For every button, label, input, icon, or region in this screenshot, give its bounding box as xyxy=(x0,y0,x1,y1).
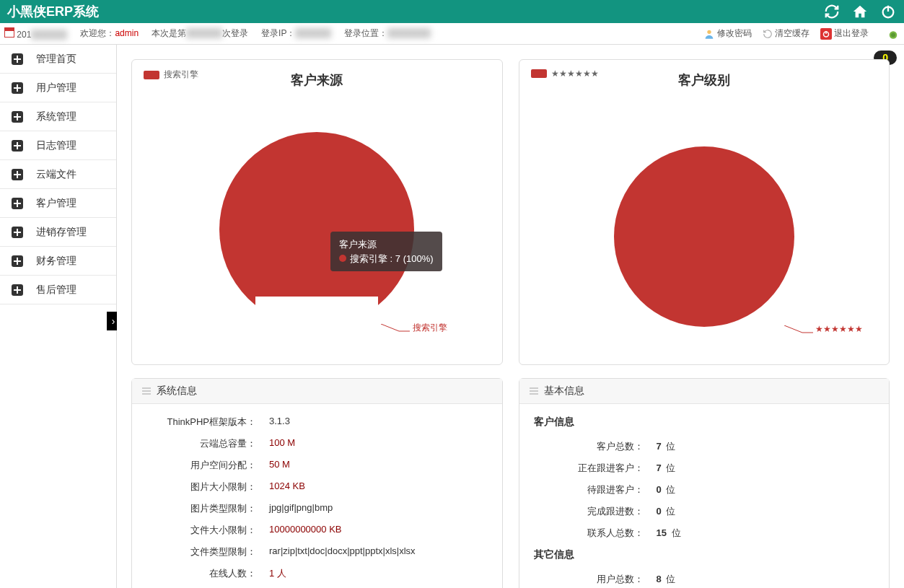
chart-customer-level: ★★★★★★ 客户级别 ★★★★★★ xyxy=(519,59,890,365)
info-value: 15 位 xyxy=(657,527,681,540)
sidebar-item-inventory[interactable]: 进销存管理 xyxy=(0,218,116,247)
status-bar: 201xxxxx 欢迎您：admin 本次是第xx次登录 登录IP：xxxxxx… xyxy=(0,23,904,45)
info-value: 7 位 xyxy=(657,440,676,453)
pie-slice-label: ★★★★★★ xyxy=(784,324,863,334)
login-ip: 登录IP：xxxxxxx xyxy=(261,27,331,40)
sidebar-item-cloud[interactable]: 云端文件 xyxy=(0,160,116,189)
legend-swatch xyxy=(144,71,159,79)
info-label: 文件类型限制： xyxy=(146,545,269,558)
info-row: 联系人总数：15 位 xyxy=(534,522,875,544)
sidebar-item-label: 管理首页 xyxy=(36,53,76,66)
sidebar-item-system[interactable]: 系统管理 xyxy=(0,102,116,131)
sidebar-item-users[interactable]: 用户管理 xyxy=(0,74,116,102)
info-label: ThinkPHP框架版本： xyxy=(146,416,269,429)
panel-header: 系统信息 xyxy=(132,379,502,404)
info-row: 文件大小限制：10000000000 KB xyxy=(146,519,488,541)
sidebar-item-finance[interactable]: 财务管理 xyxy=(0,247,116,276)
refresh-icon[interactable] xyxy=(823,3,841,20)
sidebar: 管理首页 用户管理 系统管理 日志管理 云端文件 客户管理 进销存管理 财务管理… xyxy=(0,45,117,588)
sidebar-item-aftersale[interactable]: 售后管理 xyxy=(0,276,116,304)
info-label: 用户空间分配： xyxy=(146,459,269,472)
info-value: 8 位 xyxy=(657,573,676,586)
chart-legend[interactable]: ★★★★★★ xyxy=(531,69,599,79)
info-value: 0 位 xyxy=(657,483,676,496)
change-password-link[interactable]: 修改密码 xyxy=(703,27,752,40)
info-value: 10000000000 KB xyxy=(269,524,341,537)
sidebar-item-label: 售后管理 xyxy=(36,284,76,297)
svg-point-2 xyxy=(707,30,711,33)
info-row: 正在跟进客户：7 位 xyxy=(534,457,875,479)
info-label: 在线人数： xyxy=(146,567,269,580)
chart-tooltip: 客户来源 搜索引擎 : 7 (100%) xyxy=(330,232,442,271)
info-row: 待跟进客户：0 位 xyxy=(534,479,875,501)
plus-icon xyxy=(12,53,23,65)
info-row: 图片大小限制：1024 KB xyxy=(146,476,488,498)
legend-swatch xyxy=(531,69,547,78)
info-row: 用户总数：8 位 xyxy=(534,569,875,588)
info-label: 联系人总数： xyxy=(534,527,657,540)
info-value: 3.1.3 xyxy=(269,416,290,429)
svg-line-9 xyxy=(784,325,802,333)
plus-icon xyxy=(12,255,23,267)
sidebar-item-label: 进销存管理 xyxy=(36,226,87,239)
sidebar-item-label: 日志管理 xyxy=(36,139,76,152)
info-value: 0 位 xyxy=(657,505,676,518)
basic-info-panel: 基本信息 客户信息 客户总数：7 位正在跟进客户：7 位待跟进客户：0 位完成跟… xyxy=(519,378,890,588)
pie-slice[interactable] xyxy=(614,146,794,327)
home-icon[interactable] xyxy=(851,3,869,20)
info-label: 完成跟进数： xyxy=(534,505,657,518)
date-display: 201xxxxx xyxy=(4,27,67,40)
pie-slice-label: 搜索引擎 xyxy=(381,322,447,334)
login-count: 本次是第xx次登录 xyxy=(152,27,248,40)
plus-icon xyxy=(12,140,23,152)
info-label: 客户总数： xyxy=(534,440,657,453)
svg-point-6 xyxy=(891,32,895,37)
power-icon[interactable] xyxy=(879,3,897,20)
info-value: 100 M xyxy=(269,437,295,450)
sidebar-item-label: 系统管理 xyxy=(36,110,76,123)
chart-legend[interactable]: 搜索引擎 xyxy=(144,69,198,81)
list-icon xyxy=(142,387,151,395)
plus-icon xyxy=(12,82,23,94)
welcome-text: 欢迎您：admin xyxy=(80,27,139,40)
info-label: 文件大小限制： xyxy=(146,524,269,537)
plus-icon xyxy=(12,169,23,180)
svg-line-7 xyxy=(381,324,399,331)
clear-cache-link[interactable]: 清空缓存 xyxy=(763,27,809,40)
info-value: jpg|gif|png|bmp xyxy=(269,502,333,515)
pie-slice[interactable] xyxy=(219,132,414,327)
section-title: 客户信息 xyxy=(534,416,875,429)
info-row: ThinkPHP框架版本：3.1.3 xyxy=(146,411,488,433)
info-value: 7 位 xyxy=(657,462,676,475)
list-icon xyxy=(530,387,538,395)
info-row: 图片类型限制：jpg|gif|png|bmp xyxy=(146,498,488,519)
logout-link[interactable]: 退出登录 xyxy=(820,27,869,40)
info-label: 正在跟进客户： xyxy=(534,462,657,475)
info-value: 1 人 xyxy=(269,567,286,580)
info-value: 1024 KB xyxy=(269,481,305,493)
info-label: 云端总容量： xyxy=(146,437,269,450)
info-label: 图片大小限制： xyxy=(146,481,269,493)
panel-header: 基本信息 xyxy=(519,379,890,404)
info-label: 用户总数： xyxy=(534,573,657,586)
sidebar-item-logs[interactable]: 日志管理 xyxy=(0,131,116,160)
info-value: rar|zip|txt|doc|docx|ppt|pptx|xls|xlsx xyxy=(269,545,416,558)
sidebar-item-label: 财务管理 xyxy=(36,255,76,268)
legend-label: 搜索引擎 xyxy=(164,69,198,81)
sidebar-item-home[interactable]: 管理首页 xyxy=(0,45,116,74)
plus-icon xyxy=(12,227,23,238)
section-title: 其它信息 xyxy=(534,548,875,561)
info-value: 50 M xyxy=(269,459,290,472)
info-row: 云端总容量：100 M xyxy=(146,433,488,455)
info-row: 用户空间分配：50 M xyxy=(146,455,488,476)
plus-icon xyxy=(12,198,23,209)
info-label: 待跟进客户： xyxy=(534,483,657,496)
sidebar-item-label: 用户管理 xyxy=(36,82,76,95)
sidebar-item-label: 客户管理 xyxy=(36,197,76,210)
system-info-panel: 系统信息 ThinkPHP框架版本：3.1.3云端总容量：100 M用户空间分配… xyxy=(131,378,503,588)
login-location: 登录位置：xxxxxxxxxx xyxy=(344,27,431,40)
sidebar-item-customers[interactable]: 客户管理 xyxy=(0,189,116,218)
app-title: 小黑侠ERP系统 xyxy=(7,3,823,20)
main-content: 0 搜索引擎 客户来源 搜索引擎 xyxy=(117,45,904,588)
calendar-icon xyxy=(4,27,14,38)
